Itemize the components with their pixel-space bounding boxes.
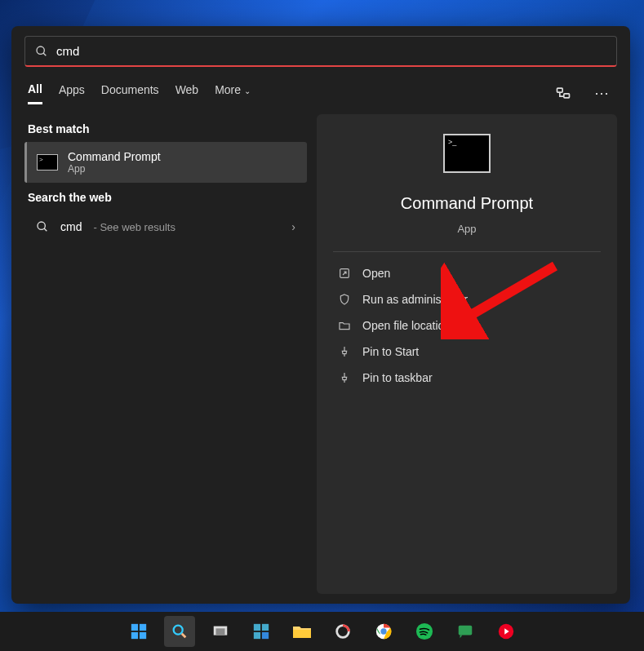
taskbar-app-2[interactable] <box>491 616 522 647</box>
search-icon <box>171 622 189 640</box>
chevron-down-icon: ⌄ <box>244 86 251 95</box>
start-search-panel: All Apps Documents Web More ⌄ ⋯ Best mat… <box>11 26 630 604</box>
taskbar-taskview-button[interactable] <box>205 616 236 647</box>
section-search-web-label: Search the web <box>24 183 307 210</box>
windows-icon <box>130 622 148 640</box>
taskbar-start-button[interactable] <box>123 616 154 647</box>
search-box[interactable] <box>24 36 617 67</box>
open-icon <box>338 267 351 280</box>
taskbar-app-1[interactable] <box>327 616 358 647</box>
spotify-icon <box>415 622 433 640</box>
taskbar-chrome-button[interactable] <box>368 616 399 647</box>
command-prompt-icon <box>37 154 58 170</box>
tab-all[interactable]: All <box>28 82 42 104</box>
preview-type: App <box>457 223 476 235</box>
pin-icon <box>338 345 351 358</box>
tab-documents[interactable]: Documents <box>101 83 159 103</box>
section-best-match-label: Best match <box>24 114 307 142</box>
taskbar-chat-button[interactable] <box>450 616 481 647</box>
folder-icon <box>338 319 351 332</box>
chrome-icon <box>375 622 393 640</box>
shield-icon <box>338 293 351 306</box>
command-prompt-large-icon <box>443 134 491 173</box>
preview-pane: Command Prompt App Open Run as administr… <box>317 114 617 594</box>
action-open-location-label: Open file location <box>362 319 451 332</box>
svg-rect-18 <box>253 632 260 639</box>
taskview-icon <box>211 622 229 640</box>
circle-icon <box>334 622 352 640</box>
search-options-button[interactable] <box>552 82 575 104</box>
result-subtitle: App <box>68 163 161 175</box>
svg-rect-19 <box>261 632 268 639</box>
chevron-right-icon: › <box>291 220 295 233</box>
tab-more[interactable]: More ⌄ <box>215 83 251 103</box>
taskbar <box>0 612 644 651</box>
action-run-admin[interactable]: Run as administrator <box>333 286 601 312</box>
filter-tabs: All Apps Documents Web More ⌄ ⋯ <box>24 82 617 104</box>
taskbar-explorer-button[interactable] <box>286 616 318 647</box>
svg-point-4 <box>38 222 45 229</box>
action-pin-taskbar-label: Pin to taskbar <box>362 371 433 384</box>
action-open-location[interactable]: Open file location <box>333 312 601 339</box>
tab-web[interactable]: Web <box>175 83 199 103</box>
svg-line-5 <box>44 228 47 231</box>
search-icon <box>35 45 48 58</box>
taskbar-spotify-button[interactable] <box>409 616 440 647</box>
preview-title: Command Prompt <box>401 194 533 213</box>
action-pin-start-label: Pin to Start <box>362 345 419 358</box>
svg-rect-17 <box>261 624 268 631</box>
play-circle-icon <box>497 622 515 640</box>
results-column: Best match Command Prompt App Search the… <box>24 114 307 594</box>
folder-icon <box>292 623 312 640</box>
svg-point-0 <box>37 46 44 54</box>
action-run-admin-label: Run as administrator <box>362 293 468 306</box>
svg-rect-16 <box>253 624 260 631</box>
svg-rect-3 <box>564 94 570 98</box>
widgets-icon <box>252 622 270 640</box>
action-pin-taskbar[interactable]: Pin to taskbar <box>333 365 601 391</box>
chat-icon <box>456 622 474 640</box>
svg-rect-15 <box>215 628 224 635</box>
svg-rect-11 <box>139 632 145 639</box>
actions-list: Open Run as administrator Open file loca… <box>333 260 601 391</box>
search-icon <box>36 220 49 233</box>
taskbar-widgets-button[interactable] <box>246 616 277 647</box>
result-command-prompt[interactable]: Command Prompt App <box>24 142 307 183</box>
tab-apps[interactable]: Apps <box>59 83 85 103</box>
svg-point-23 <box>380 628 386 634</box>
more-options-button[interactable]: ⋯ <box>591 82 614 104</box>
result-title: Command Prompt <box>68 150 161 163</box>
pin-icon <box>338 371 351 384</box>
svg-rect-20 <box>293 630 311 638</box>
action-pin-start[interactable]: Pin to Start <box>333 339 601 365</box>
svg-rect-10 <box>131 632 137 639</box>
taskbar-search-button[interactable] <box>164 616 195 647</box>
search-input[interactable] <box>56 44 606 58</box>
divider <box>333 251 601 252</box>
action-open-label: Open <box>362 267 390 280</box>
svg-rect-25 <box>458 626 472 636</box>
web-result-cmd[interactable]: cmd - See web results › <box>24 210 307 243</box>
svg-rect-2 <box>557 88 563 92</box>
web-query: cmd <box>60 220 82 233</box>
svg-line-13 <box>181 634 185 638</box>
svg-line-1 <box>43 53 46 55</box>
action-open[interactable]: Open <box>333 260 601 286</box>
svg-point-12 <box>173 626 182 635</box>
svg-rect-8 <box>131 624 137 631</box>
svg-rect-9 <box>139 624 145 631</box>
web-hint: - See web results <box>93 221 175 233</box>
